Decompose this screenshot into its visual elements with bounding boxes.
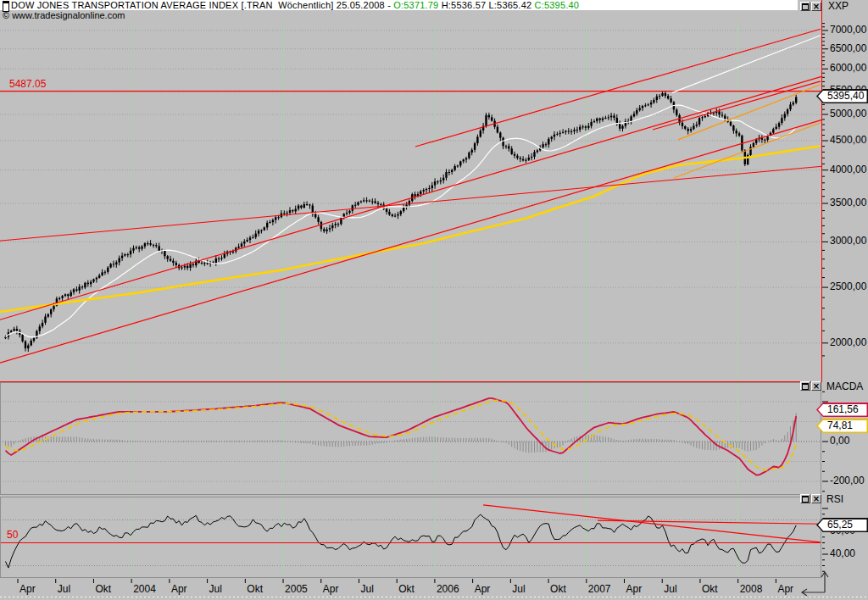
- maximize-icon: [802, 383, 809, 390]
- rsi-axis-label: 40,00: [830, 548, 855, 559]
- time-axis-label: 2007: [588, 584, 611, 595]
- last-price-tag: 5395,40: [816, 89, 868, 103]
- tag-value: 5395,40: [827, 91, 866, 102]
- time-axis-label: Jul: [58, 584, 70, 595]
- rsi-panel-close-button[interactable]: ×: [811, 494, 821, 503]
- rsi-50-level-label: 50: [7, 530, 18, 541]
- time-axis-label: Okt: [702, 584, 718, 595]
- close-icon: ×: [812, 382, 821, 390]
- time-axis-label: Okt: [398, 584, 415, 595]
- main-panel-close-button[interactable]: ×: [811, 2, 821, 11]
- time-axis-label: 2004: [133, 584, 156, 595]
- macd-axis-label: 0,00: [830, 436, 849, 447]
- rsi-value-tag: 65,25: [816, 518, 868, 532]
- macd-panel-maximize-button[interactable]: [800, 381, 810, 391]
- macd-axis-label: -200,00: [830, 475, 865, 486]
- time-axis-label: Jul: [512, 584, 525, 595]
- year-gridlines: [131, 21, 738, 576]
- trendlines: [0, 29, 821, 542]
- axis-ticks: [18, 24, 828, 583]
- macd-panel-label: MACDA: [826, 381, 863, 392]
- corner-scale-label: XXP: [828, 1, 849, 12]
- close-icon: ×: [812, 495, 821, 503]
- price-axis-label: 4000,00: [830, 164, 866, 175]
- tag-value: 74,81: [827, 420, 866, 431]
- time-axis-label: Okt: [247, 584, 263, 595]
- time-axis-label: Jul: [209, 584, 222, 595]
- price-axis-label: 5000,00: [830, 108, 866, 119]
- time-axis-label: Jul: [664, 584, 676, 595]
- moving-averages: [0, 105, 819, 337]
- price-axis-label: 4500,00: [830, 135, 866, 146]
- tradesignal-chart-window: DOW JONES TRANSPORTATION AVERAGE INDEX […: [0, 0, 868, 600]
- rsi-panel-maximize-button[interactable]: [800, 494, 810, 503]
- time-axis-label: Okt: [550, 584, 566, 595]
- price-axis-label: 2500,00: [830, 281, 866, 292]
- price-axis-label: 6000,00: [830, 63, 866, 74]
- price-axis-label: 7000,00: [830, 25, 866, 36]
- main-panel-maximize-button[interactable]: [800, 2, 810, 11]
- time-axis-label: 2006: [437, 584, 459, 595]
- gridlines: [0, 31, 821, 566]
- close-icon: ×: [812, 3, 821, 10]
- axis-arrows-icon: [802, 572, 828, 596]
- watermark: © www.tradesignalonline.com: [3, 10, 125, 21]
- rsi-line: [6, 514, 797, 568]
- time-axis-label: Apr: [323, 584, 339, 595]
- maximize-icon: [802, 496, 809, 503]
- macd-signal-value-tag: 74,81: [816, 419, 868, 433]
- price-axis-label: 6500,00: [830, 43, 866, 54]
- title-instrument-and-date: DOW JONES TRANSPORTATION AVERAGE INDEX […: [11, 0, 393, 10]
- macd-panel-close-button[interactable]: ×: [811, 381, 821, 391]
- title-open-value: O:5371.79: [393, 0, 438, 10]
- time-axis-label: Apr: [475, 584, 491, 595]
- title-close-value: C:5395.40: [535, 0, 580, 10]
- time-axis-label: Apr: [626, 584, 643, 595]
- time-axis-label: 2008: [740, 584, 763, 595]
- time-axis-label: Jul: [360, 584, 373, 595]
- maximize-icon: [802, 3, 809, 10]
- chart-title-bar: DOW JONES TRANSPORTATION AVERAGE INDEX […: [0, 0, 798, 10]
- price-axis-label: 3500,00: [830, 197, 866, 208]
- tag-value: 161,56: [827, 404, 866, 415]
- resistance-level-annotation: 5487.05: [9, 79, 46, 90]
- time-axis-label: Apr: [19, 584, 36, 595]
- tag-value: 65,25: [827, 519, 866, 531]
- time-axis-label: Apr: [777, 584, 793, 595]
- title-high-low-values: H:5536.57 L:5365.42: [438, 0, 534, 10]
- time-axis-label: Apr: [171, 584, 187, 595]
- macd-value-tag: 161,56: [816, 403, 868, 417]
- macd-lines: [6, 398, 797, 475]
- price-axis-label: 3000,00: [830, 236, 866, 247]
- candlesticks: [4, 91, 797, 352]
- time-axis-label: 2005: [285, 584, 308, 595]
- chart-canvas[interactable]: [0, 0, 868, 600]
- time-axis-label: Okt: [95, 584, 111, 595]
- rsi-panel-label: RSI: [826, 494, 843, 505]
- price-axis-label: 2000,00: [830, 337, 866, 348]
